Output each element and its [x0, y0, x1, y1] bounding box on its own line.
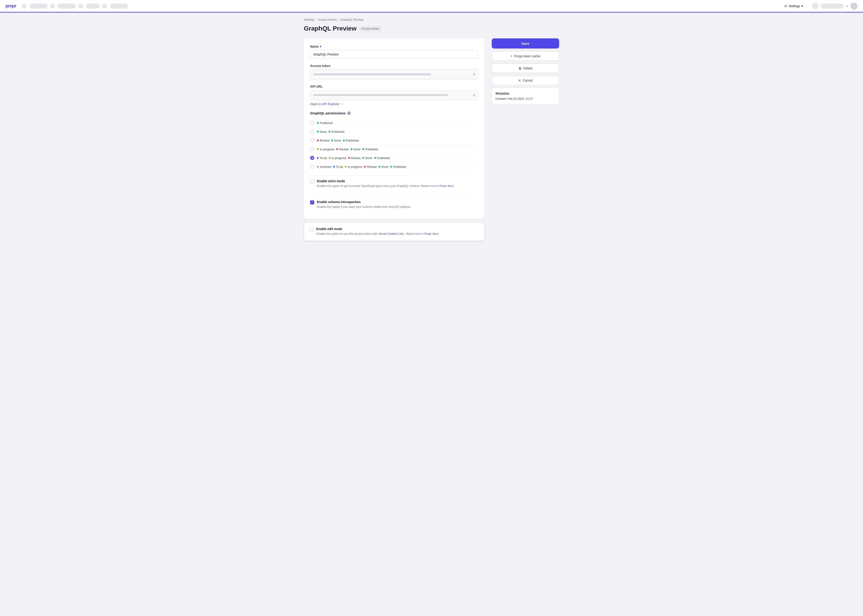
status-dot-published — [362, 148, 364, 150]
status-chip: Review — [364, 165, 377, 168]
api-url-field-wrap: ⎘ — [310, 90, 478, 100]
radio-option-1[interactable] — [310, 121, 314, 125]
delete-icon: 🗑 — [519, 66, 522, 70]
delete-button[interactable]: 🗑 Delete — [492, 64, 559, 73]
settings-label: Settings — [789, 4, 800, 8]
status-chip: Published — [317, 121, 333, 125]
access-token-label: Access token — [310, 64, 478, 68]
schema-introspection-content: Enable schema introspection Enable this … — [317, 200, 411, 209]
vercel-content-link[interactable]: Vercel Content Link — [378, 232, 404, 236]
permission-row-2: Done Published — [310, 127, 478, 136]
status-dot-done — [379, 166, 380, 168]
breadcrumb-access-tokens[interactable]: Access tokens — [318, 18, 337, 21]
status-chip: In progress — [345, 165, 362, 168]
status-dot-done — [351, 148, 352, 150]
status-chip: Published — [374, 156, 390, 160]
edit-mode-checkbox[interactable] — [310, 227, 313, 231]
status-chip: In progress — [317, 148, 335, 151]
status-dot-review — [317, 140, 319, 141]
status-dot-published — [343, 140, 345, 141]
nav-pill-2 — [58, 3, 76, 9]
status-chip: Done — [362, 156, 372, 160]
app-logo: prepr — [5, 3, 16, 9]
name-form-group: Name — [310, 45, 478, 59]
right-panel: Save ⌖ Purge token cache 🗑 Delete ✕ Canc… — [492, 38, 559, 104]
metadata-created-row: Created: Feb 24 2024, 11:27 — [495, 97, 555, 101]
strict-mode-content: Enable strict mode Enable this option to… — [317, 179, 454, 188]
permission-row-1: Published — [310, 119, 478, 127]
edit-mode-content: Enable edit mode Enable this option to u… — [316, 227, 440, 236]
breadcrumb-sep-2: › — [338, 18, 339, 21]
prepr-docs-link-edit[interactable]: Prepr docs — [424, 232, 439, 236]
status-chips-3: Review Done Published — [317, 139, 359, 142]
nav-circle-3 — [79, 3, 83, 9]
permission-row-5: To do In progress Review — [310, 154, 478, 162]
cancel-button[interactable]: ✕ Cancel — [492, 76, 559, 85]
radio-option-2[interactable] — [310, 130, 314, 134]
api-url-field — [310, 90, 478, 100]
purge-icon: ⌖ — [511, 54, 512, 58]
radio-option-4[interactable] — [310, 147, 314, 151]
save-button[interactable]: Save — [492, 38, 559, 49]
nav-right-pill — [821, 3, 843, 9]
status-chips-6: Archived To do In progress — [317, 165, 406, 168]
strict-mode-row: Enable strict mode Enable this option to… — [310, 179, 478, 188]
status-dot-archived — [317, 166, 319, 168]
name-input[interactable] — [310, 50, 478, 59]
status-dot-done — [331, 140, 333, 141]
status-dot-todo — [333, 166, 335, 168]
avatar[interactable] — [850, 3, 858, 9]
left-panel: Name Access token ⎘ — [304, 38, 484, 241]
permissions-header: GraphQL permissions i — [310, 111, 478, 115]
nav-right: ▾ — [812, 3, 858, 9]
permission-row-4: In progress Review Done — [310, 145, 478, 154]
access-token-field — [310, 69, 478, 79]
content-grid: Name Access token ⎘ — [304, 38, 559, 241]
copy-token-button[interactable]: ⎘ — [472, 72, 476, 77]
status-dot-published — [390, 166, 392, 168]
nav-right-circle — [812, 3, 818, 9]
status-chip: Done — [351, 148, 360, 151]
radio-option-6[interactable] — [310, 165, 314, 169]
prepr-docs-link-strict[interactable]: Prepr docs — [440, 184, 454, 188]
status-chip: Review — [348, 156, 361, 160]
breadcrumb-settings[interactable]: Settings — [304, 18, 314, 21]
copy-icon-url: ⎘ — [473, 93, 475, 97]
status-chip: In progress — [329, 156, 346, 160]
strict-mode-checkbox[interactable] — [310, 179, 314, 184]
status-chips-1: Published — [317, 121, 333, 125]
api-url-form-group: API URL ⎘ Open in API Explorer → — [310, 85, 478, 106]
settings-button[interactable]: ⚙ Settings ▾ — [781, 3, 806, 9]
status-chip: Published — [329, 130, 344, 134]
edit-mode-row: Enable edit mode Enable this option to u… — [310, 227, 479, 236]
access-token-field-wrap: ⎘ — [310, 69, 478, 79]
api-url-bar — [313, 94, 448, 96]
radio-option-5[interactable] — [310, 156, 314, 160]
copy-api-url-button[interactable]: ⎘ — [472, 93, 476, 98]
status-dot-published — [329, 131, 330, 132]
info-icon[interactable]: i — [347, 112, 351, 115]
status-dot-review — [364, 166, 366, 168]
nav-pills — [22, 3, 776, 9]
status-chips-4: In progress Review Done — [317, 148, 378, 151]
chevron-down-icon: ▾ — [802, 4, 803, 8]
access-token-form-group: Access token ⎘ — [310, 64, 478, 79]
nav-pill-1 — [30, 3, 47, 9]
edit-mode-desc: Enable this option to use this access to… — [316, 232, 440, 236]
radio-option-3[interactable] — [310, 138, 314, 142]
status-chip: Done — [317, 130, 327, 134]
status-chip: Published — [343, 139, 359, 142]
status-dot-review — [348, 157, 350, 159]
metadata-card: Metadata Created: Feb 24 2024, 11:27 — [492, 88, 559, 104]
breadcrumb: Settings › Access tokens › GraphQL Previ… — [304, 18, 559, 21]
nav-pill-4 — [110, 3, 128, 9]
status-chip: Archived — [317, 165, 331, 168]
status-dot-done — [362, 157, 364, 159]
purge-token-cache-button[interactable]: ⌖ Purge token cache — [492, 51, 559, 61]
metadata-title: Metadata — [495, 92, 555, 95]
edit-mode-card: Enable edit mode Enable this option to u… — [304, 222, 484, 241]
status-dot-review — [336, 148, 338, 150]
schema-introspection-checkbox[interactable] — [310, 200, 314, 204]
schema-introspection-row: Enable schema introspection Enable this … — [310, 200, 478, 209]
open-explorer-link[interactable]: Open in API Explorer → — [310, 102, 344, 106]
